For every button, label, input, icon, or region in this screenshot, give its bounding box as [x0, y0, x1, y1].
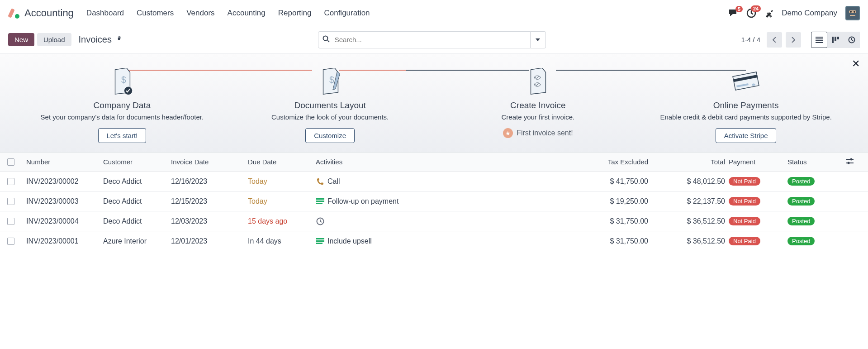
- payment-badge: Not Paid: [729, 217, 760, 225]
- svg-rect-10: [832, 37, 834, 43]
- company-name[interactable]: Demo Company: [782, 9, 837, 18]
- pager-text[interactable]: 1-4 / 4: [741, 36, 760, 43]
- svg-rect-23: [316, 201, 324, 202]
- row-checkbox[interactable]: [7, 218, 14, 225]
- customize-button[interactable]: Customize: [305, 128, 355, 143]
- bars-green-icon: [316, 238, 325, 244]
- credit-card-icon: [651, 64, 841, 99]
- select-all-checkbox[interactable]: [7, 158, 14, 166]
- onboard-title: Documents Layout: [235, 100, 425, 110]
- activity-text: Follow-up on payment: [327, 197, 398, 206]
- cell-total: $ 22,137.50: [652, 197, 729, 206]
- nav-customers[interactable]: Customers: [137, 9, 174, 18]
- cell-total: $ 36,512.50: [652, 217, 729, 225]
- onboard-title: Online Payments: [651, 100, 841, 110]
- col-activities[interactable]: Activities: [316, 158, 575, 166]
- nav-vendors[interactable]: Vendors: [186, 9, 214, 18]
- cell-customer: Deco Addict: [103, 177, 171, 186]
- search-dropdown-toggle[interactable]: [531, 31, 546, 48]
- cell-number: INV/2023/00001: [26, 237, 103, 245]
- cell-invoice-date: 12/16/2023: [171, 177, 248, 186]
- search-input[interactable]: [318, 31, 531, 48]
- messages-badge: 5: [735, 6, 743, 12]
- activate-stripe-button[interactable]: Activate Stripe: [716, 128, 777, 143]
- cell-tax-excluded: $ 41,750.00: [575, 177, 652, 186]
- cell-due-date: Today: [248, 177, 316, 186]
- col-number[interactable]: Number: [26, 158, 103, 166]
- cell-tax-excluded: $ 19,250.00: [575, 197, 652, 206]
- row-checkbox[interactable]: [7, 238, 14, 245]
- view-list[interactable]: [811, 32, 827, 48]
- cell-payment: Not Paid: [729, 197, 787, 206]
- col-total[interactable]: Total: [652, 158, 729, 166]
- row-checkbox[interactable]: [7, 178, 14, 185]
- col-status[interactable]: Status: [787, 158, 846, 166]
- nav-links: Dashboard Customers Vendors Accounting R…: [86, 9, 370, 18]
- row-checkbox[interactable]: [7, 198, 14, 205]
- onboard-step-create-invoice: Create Invoice Create your first invoice…: [434, 64, 642, 143]
- cell-customer: Deco Addict: [103, 217, 171, 225]
- nav-right: 5 24 Demo Company: [728, 6, 860, 20]
- pager-prev[interactable]: [767, 32, 782, 48]
- nav-dashboard[interactable]: Dashboard: [86, 9, 124, 18]
- upload-button[interactable]: Upload: [37, 33, 71, 46]
- onboard-desc: Enable credit & debit card payments supp…: [651, 112, 841, 122]
- view-activity[interactable]: [844, 32, 860, 48]
- breadcrumb-title: Invoices: [79, 34, 112, 45]
- cell-customer: Deco Addict: [103, 197, 171, 206]
- col-payment[interactable]: Payment: [729, 158, 787, 166]
- col-due-date[interactable]: Due Date: [248, 158, 316, 166]
- cell-activities[interactable]: Follow-up on payment: [316, 197, 575, 206]
- cell-payment: Not Paid: [729, 217, 787, 225]
- clock-icon: [316, 217, 325, 225]
- cell-status: Posted: [787, 197, 846, 206]
- lets-start-button[interactable]: Let's start!: [98, 128, 147, 143]
- table-row[interactable]: INV/2023/00004Deco Addict12/03/202315 da…: [0, 211, 868, 231]
- svg-rect-24: [316, 203, 323, 204]
- toolbar: New Upload Invoices 1-4 / 4: [0, 26, 868, 53]
- cell-total: $ 36,512.50: [652, 237, 729, 245]
- settings-gear-icon[interactable]: [115, 35, 123, 44]
- nav-reporting[interactable]: Reporting: [278, 9, 312, 18]
- cell-invoice-date: 12/15/2023: [171, 197, 248, 206]
- cell-number: INV/2023/00003: [26, 197, 103, 206]
- adjust-columns-icon[interactable]: [846, 158, 864, 166]
- table-row[interactable]: INV/2023/00003Deco Addict12/15/2023Today…: [0, 191, 868, 211]
- svg-rect-7: [850, 15, 855, 16]
- phone-icon: [316, 177, 325, 186]
- cell-total: $ 48,012.50: [652, 177, 729, 186]
- nav-configuration[interactable]: Configuration: [324, 9, 370, 18]
- svg-text:$: $: [329, 75, 334, 85]
- table-row[interactable]: INV/2023/00002Deco Addict12/16/2023Today…: [0, 172, 868, 191]
- svg-point-9: [323, 36, 327, 41]
- toolbar-right: 1-4 / 4: [741, 32, 860, 48]
- status-badge: Posted: [787, 177, 815, 186]
- cell-payment: Not Paid: [729, 237, 787, 245]
- cell-activities[interactable]: Include upsell: [316, 237, 575, 245]
- cell-activities[interactable]: [316, 217, 575, 225]
- messages-icon[interactable]: 5: [728, 9, 738, 18]
- col-invoice-date[interactable]: Invoice Date: [171, 158, 248, 166]
- col-tax-excluded[interactable]: Tax Excluded: [575, 158, 652, 166]
- app-logo[interactable]: [8, 7, 20, 19]
- pager-next[interactable]: [786, 32, 801, 48]
- tools-icon[interactable]: [764, 9, 773, 18]
- activities-icon[interactable]: 24: [746, 8, 756, 18]
- invoices-table: Number Customer Invoice Date Due Date Ac…: [0, 153, 868, 251]
- table-row[interactable]: INV/2023/00001Azure Interior12/01/2023In…: [0, 231, 868, 251]
- onboard-desc: Set your company's data for documents he…: [27, 112, 217, 122]
- onboard-step-company-data: $ Company Data Set your company's data f…: [18, 64, 226, 143]
- app-name[interactable]: Accounting: [24, 7, 74, 19]
- col-customer[interactable]: Customer: [103, 158, 171, 166]
- cell-activities[interactable]: Call: [316, 177, 575, 186]
- view-kanban[interactable]: [827, 32, 844, 48]
- nav-accounting[interactable]: Accounting: [228, 9, 266, 18]
- new-button[interactable]: New: [8, 33, 34, 46]
- user-avatar[interactable]: [845, 6, 860, 20]
- onboard-done-text: First invoice sent!: [517, 129, 573, 137]
- cell-due-date: In 44 days: [248, 237, 316, 245]
- search-box: [318, 31, 546, 48]
- checklist-icon: [443, 64, 633, 99]
- activity-text: Call: [327, 177, 340, 186]
- document-icon: $: [27, 64, 217, 99]
